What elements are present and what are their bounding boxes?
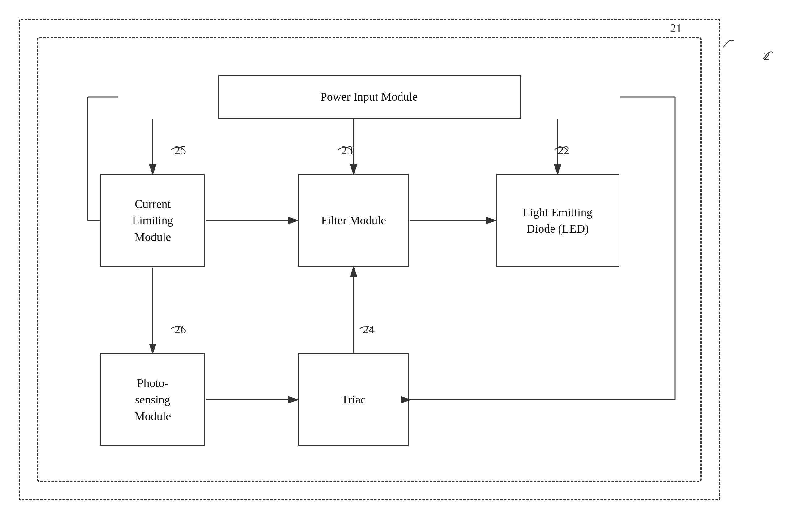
ref-curve-2 xyxy=(754,43,779,62)
led-label: Light Emitting Diode (LED) xyxy=(523,204,593,237)
power-input-module: Power Input Module xyxy=(217,75,520,119)
ref-curve-21 xyxy=(717,33,742,49)
current-limiting-label: Current Limiting Module xyxy=(132,196,173,245)
photosensing-module: Photo- sensing Module xyxy=(100,354,205,446)
inner-dashed-border: 21 Power Input Module Current Limiting M… xyxy=(37,37,702,482)
ref-label-26: 26 xyxy=(174,323,186,336)
ref-label-21: 21 xyxy=(670,21,682,35)
ref-label-25: 25 xyxy=(174,143,186,157)
current-limiting-module: Current Limiting Module xyxy=(100,174,205,267)
ref-label-22: 22 xyxy=(558,143,569,157)
ref-label-23: 23 xyxy=(341,143,353,157)
filter-module: Filter Module xyxy=(298,174,409,267)
ref-label-24: 24 xyxy=(363,323,375,336)
power-input-label: Power Input Module xyxy=(320,89,418,105)
triac-module: Triac xyxy=(298,354,409,446)
led-module: Light Emitting Diode (LED) xyxy=(496,174,619,267)
triac-label: Triac xyxy=(341,391,366,408)
photosensing-label: Photo- sensing Module xyxy=(135,375,171,425)
filter-label: Filter Module xyxy=(321,212,386,229)
